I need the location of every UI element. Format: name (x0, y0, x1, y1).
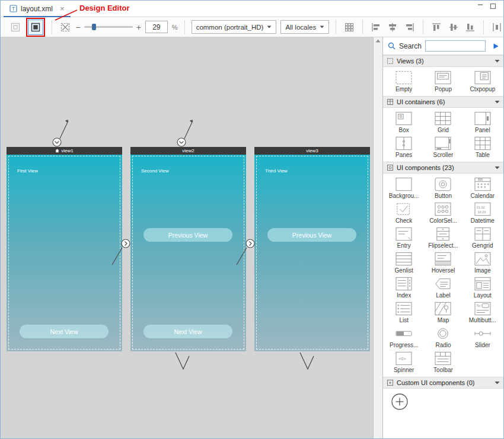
design-mode-button[interactable] (28, 20, 43, 35)
palette-item-multibutton[interactable]: To:Multibutt... (463, 300, 502, 325)
palette-item-button[interactable]: Button (423, 175, 462, 200)
zoom-out-button[interactable]: − (75, 23, 80, 31)
profile-dropdown[interactable]: common (portrait_HD) (192, 20, 277, 34)
palette-item-check[interactable]: Check (384, 200, 423, 225)
canvas[interactable]: view1First ViewNext Viewview2Second View… (1, 37, 373, 438)
preview-mode-button[interactable] (9, 20, 22, 35)
palette-item-label: Genlist (395, 267, 413, 274)
align-left-button[interactable] (369, 20, 382, 35)
section-icon (387, 57, 394, 65)
transition-line[interactable] (237, 248, 247, 265)
palette-item-label: Map (438, 317, 449, 323)
palette-section-header[interactable]: Views (3) (383, 55, 503, 67)
transition-handle-down[interactable] (53, 138, 61, 146)
palette-item-toolbar[interactable]: Toolbar (423, 350, 462, 374)
zoom-slider-track[interactable] (84, 26, 133, 28)
svg-text:To:: To: (476, 304, 481, 307)
search-input[interactable] (425, 40, 486, 52)
palette-section-header[interactable]: Custom UI components (0) (383, 377, 503, 389)
palette-item-label: Panel (475, 127, 490, 133)
palette-item-gengrid[interactable]: Gengrid (463, 225, 502, 250)
palette-item-grid[interactable]: Grid (423, 110, 462, 134)
palette-item-index[interactable]: Index (384, 275, 423, 300)
palette-item-slider[interactable]: Slider (463, 325, 502, 350)
palette-item-list[interactable]: List (384, 300, 423, 325)
add-custom-component-button[interactable] (391, 393, 409, 411)
palette-item-empty[interactable]: Empty (384, 69, 423, 94)
align-bottom-button[interactable] (464, 20, 477, 35)
palette-item-datetime[interactable]: 01.0210:20Datetime (463, 200, 502, 225)
palette-item-label: Layout (474, 292, 492, 299)
palette-item-spinner[interactable]: <0>Spinner (384, 350, 423, 374)
align-top-button[interactable] (430, 20, 443, 35)
transition-line[interactable] (184, 121, 193, 139)
palette-item-panes[interactable]: Panes (384, 134, 423, 159)
minimize-button[interactable] (477, 3, 484, 9)
align-center-button[interactable] (387, 20, 400, 35)
palette-item-scroller[interactable]: Scroller (423, 134, 462, 159)
palette-item-label: Scroller (433, 152, 454, 158)
slider-icon (473, 326, 493, 341)
gengrid-icon (473, 226, 493, 242)
palette-item-flipselector[interactable]: Flipselect... (423, 225, 462, 250)
palette-item-hoversel[interactable]: Hoversel (423, 250, 462, 275)
collapse-chevron-icon[interactable] (495, 59, 500, 63)
transition-line[interactable] (176, 353, 189, 369)
grid-toggle-button[interactable] (343, 20, 356, 35)
palette-item-radio[interactable]: Radio (423, 325, 462, 350)
palette-section-header[interactable]: UI components (23) (383, 162, 503, 174)
transition-handle-right[interactable] (246, 239, 254, 248)
palette-item-map[interactable]: Map (423, 300, 462, 325)
panel-icon (473, 111, 493, 126)
locales-dropdown[interactable]: All locales (280, 20, 329, 34)
transition-line[interactable] (300, 353, 314, 369)
palette-item-label: Empty (395, 86, 412, 92)
tab-layout-xml[interactable]: T layout.xml × (4, 1, 71, 17)
palette-item-popup[interactable]: Popup (423, 69, 462, 94)
palette-item-label: Button (435, 193, 452, 199)
transition-handle-down[interactable] (177, 138, 186, 146)
palette-section-header[interactable]: UI containers (6) (383, 96, 503, 108)
distribute-button[interactable] (490, 20, 503, 35)
align-right-button[interactable] (403, 20, 416, 35)
palette-item-image[interactable]: Image (463, 250, 502, 275)
palette-item-box[interactable]: BBox (384, 110, 423, 134)
transition-handle-right[interactable] (122, 239, 130, 248)
palette-item-label[interactable]: Label (423, 275, 462, 300)
locales-dropdown-value: All locales (285, 24, 316, 31)
transition-line[interactable] (112, 248, 122, 265)
palette-item-colorselector[interactable]: ColorSel... (423, 200, 462, 225)
fit-to-screen-button[interactable] (59, 20, 72, 35)
datetime-icon: 01.0210:20 (473, 201, 493, 217)
zoom-slider-group: − + (75, 23, 141, 31)
scroll-up-arrow[interactable] (374, 39, 382, 43)
zoom-slider-handle[interactable] (92, 24, 96, 30)
palette-item-background[interactable]: Backgrou... (384, 175, 423, 200)
palette-item-calendar[interactable]: 888Calendar (463, 175, 502, 200)
zoom-in-button[interactable]: + (136, 23, 141, 31)
palette-item-entry[interactable]: Entry (384, 225, 423, 250)
index-icon (394, 276, 414, 291)
align-middle-button[interactable] (447, 20, 460, 35)
palette-item-table[interactable]: Table (463, 134, 502, 159)
palette-item-genlist[interactable]: Genlist (384, 250, 423, 275)
maximize-button[interactable] (490, 3, 496, 9)
palette-item-progressbar[interactable]: Progress... (384, 325, 423, 350)
collapse-chevron-icon[interactable] (495, 381, 500, 384)
check-icon (394, 201, 414, 217)
palette-item-ctxpopup[interactable]: Ctxpopup (463, 69, 502, 94)
search-go-icon[interactable] (493, 43, 499, 49)
palette-item-panel[interactable]: Panel (463, 110, 502, 134)
palette-items-grid: BBoxGridPanelPanesScrollerTable (383, 108, 503, 162)
palette-item-label: Grid (438, 127, 449, 133)
zoom-input[interactable] (145, 21, 168, 33)
canvas-scrollbar[interactable] (373, 37, 382, 438)
colorselector-icon (433, 201, 453, 217)
palette-item-layout[interactable]: Layout (463, 275, 502, 300)
transition-connectors (1, 37, 373, 438)
collapse-chevron-icon[interactable] (495, 100, 500, 104)
ctxpopup-icon (473, 70, 493, 85)
collapse-chevron-icon[interactable] (495, 166, 500, 169)
tab-close-icon[interactable]: × (60, 5, 65, 12)
transition-line[interactable] (60, 121, 68, 139)
